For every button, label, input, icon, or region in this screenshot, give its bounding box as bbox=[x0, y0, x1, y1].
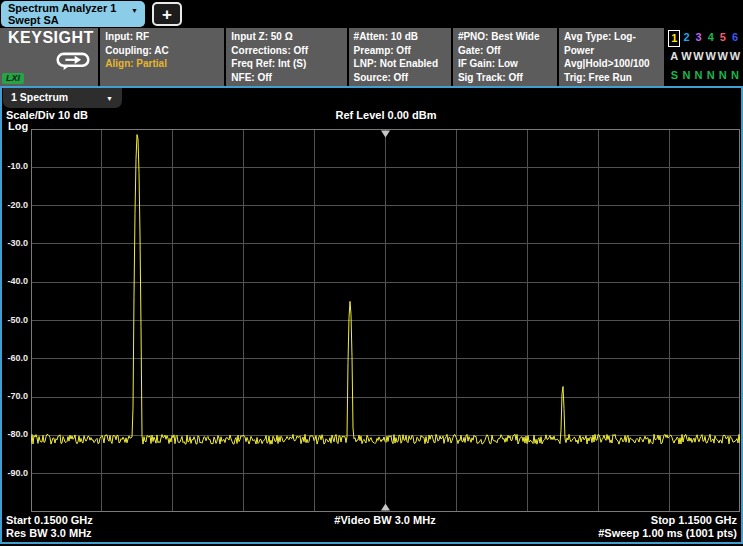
start-freq[interactable]: Start 0.1500 GHz bbox=[6, 514, 93, 526]
trace-status-panel[interactable]: 123456AWWWWWSNNNNN bbox=[666, 28, 743, 86]
status-bar: KEYSIGHT LXI Input: RF Coupling: AC Alig… bbox=[0, 28, 743, 86]
stop-freq[interactable]: Stop 1.1500 GHz bbox=[651, 514, 737, 526]
y-tick-label: -60.0 bbox=[2, 353, 28, 363]
status-line: IF Gain: Low bbox=[458, 57, 557, 71]
video-bw[interactable]: #Video BW 3.0 MHz bbox=[334, 514, 435, 526]
add-tab-button[interactable]: + bbox=[152, 2, 182, 26]
status-line: Coupling: AC bbox=[105, 44, 224, 58]
trace-number-2[interactable]: 2 bbox=[680, 29, 692, 48]
trace-states-row: SNNNNN bbox=[668, 67, 741, 86]
status-line: LNP: Not Enabled bbox=[354, 57, 451, 71]
status-line: Trig: Free Run bbox=[564, 71, 664, 85]
measurement-window: 1 Spectrum ▼ Scale/Div 10 dB Ref Level 0… bbox=[0, 86, 743, 544]
spectrum-plot[interactable] bbox=[31, 129, 740, 512]
trace-type-3[interactable]: W bbox=[693, 48, 705, 67]
trace-number-1[interactable]: 1 bbox=[668, 30, 680, 47]
status-line: Source: Off bbox=[354, 71, 451, 85]
y-tick-label: -90.0 bbox=[2, 468, 28, 478]
trace-state-2[interactable]: N bbox=[680, 67, 692, 86]
trace-type-4[interactable]: W bbox=[705, 48, 717, 67]
keysight-logo: KEYSIGHT bbox=[8, 31, 98, 45]
y-tick-label: -70.0 bbox=[2, 391, 28, 401]
tab-spectrum-analyzer[interactable]: Spectrum Analyzer 1 Swept SA ▼ bbox=[1, 1, 145, 27]
measurement-selector-label: 1 Spectrum bbox=[11, 91, 68, 103]
trace-number-5[interactable]: 5 bbox=[717, 29, 729, 48]
trace-number-6[interactable]: 6 bbox=[729, 29, 741, 48]
status-line: Input Z: 50 Ω bbox=[231, 30, 346, 44]
status-line: Gate: Off bbox=[458, 44, 557, 58]
brand-panel: KEYSIGHT LXI bbox=[0, 28, 100, 86]
plus-icon: + bbox=[162, 5, 172, 24]
status-line: NFE: Off bbox=[231, 71, 346, 85]
keysight-bubble-icon bbox=[56, 52, 90, 71]
trace-number-4[interactable]: 4 bbox=[705, 29, 717, 48]
status-col-input[interactable]: Input: RF Coupling: AC Align: Partial bbox=[100, 28, 226, 86]
chevron-down-icon[interactable]: ▼ bbox=[131, 7, 138, 14]
trace-state-4[interactable]: N bbox=[705, 67, 717, 86]
center-freq-marker-top-icon bbox=[381, 131, 390, 138]
y-tick-label: -40.0 bbox=[2, 276, 28, 286]
tab-title: Spectrum Analyzer 1 bbox=[8, 2, 116, 14]
tab-bar: Spectrum Analyzer 1 Swept SA ▼ + bbox=[0, 0, 743, 28]
trace-number-3[interactable]: 3 bbox=[693, 29, 705, 48]
y-tick-label: -80.0 bbox=[2, 429, 28, 439]
res-bw[interactable]: Res BW 3.0 MHz bbox=[6, 527, 92, 539]
measurement-selector[interactable]: 1 Spectrum ▼ bbox=[3, 88, 122, 108]
trace-state-3[interactable]: N bbox=[693, 67, 705, 86]
ref-level[interactable]: Ref Level 0.00 dBm bbox=[250, 109, 522, 121]
status-line: Input: RF bbox=[105, 30, 224, 44]
y-tick-label: -30.0 bbox=[2, 238, 28, 248]
spectrum-plot-svg bbox=[31, 129, 740, 512]
status-line: Avg Type: Log-Power bbox=[564, 30, 664, 57]
sweep-time[interactable]: #Sweep 1.00 ms (1001 pts) bbox=[598, 527, 737, 539]
status-line-align: Align: Partial bbox=[105, 57, 224, 71]
status-col-avg[interactable]: Avg Type: Log-Power Avg|Hold>100/100 Tri… bbox=[559, 28, 666, 86]
status-line: Corrections: Off bbox=[231, 44, 346, 58]
tab-subtitle: Swept SA bbox=[8, 14, 59, 26]
trace-type-5[interactable]: W bbox=[717, 48, 729, 67]
status-line: Preamp: Off bbox=[354, 44, 451, 58]
status-col-pno[interactable]: #PNO: Best Wide Gate: Off IF Gain: Low S… bbox=[453, 28, 559, 86]
status-line: Sig Track: Off bbox=[458, 71, 557, 85]
trace-state-6[interactable]: N bbox=[729, 67, 741, 86]
instrument-screen: Spectrum Analyzer 1 Swept SA ▼ + KEYSIGH… bbox=[0, 0, 743, 546]
trace-type-2[interactable]: W bbox=[680, 48, 692, 67]
trace-types-row: AWWWWW bbox=[668, 48, 741, 67]
lxi-badge: LXI bbox=[2, 73, 24, 84]
amplitude-scale-mode: Log bbox=[8, 120, 28, 132]
trace-type-1[interactable]: A bbox=[668, 48, 680, 67]
trace-state-5[interactable]: N bbox=[717, 67, 729, 86]
center-freq-marker-bottom-icon bbox=[381, 504, 390, 511]
y-tick-label: -20.0 bbox=[2, 200, 28, 210]
y-tick-label: -50.0 bbox=[2, 315, 28, 325]
trace-state-1[interactable]: S bbox=[668, 67, 680, 86]
status-line: #PNO: Best Wide bbox=[458, 30, 557, 44]
status-col-impedance[interactable]: Input Z: 50 Ω Corrections: Off Freq Ref:… bbox=[226, 28, 348, 86]
trace-type-6[interactable]: W bbox=[729, 48, 741, 67]
trace-numbers-row: 123456 bbox=[668, 29, 741, 48]
status-line: Freq Ref: Int (S) bbox=[231, 57, 346, 71]
status-col-atten[interactable]: #Atten: 10 dB Preamp: Off LNP: Not Enabl… bbox=[349, 28, 453, 86]
chevron-down-icon: ▼ bbox=[106, 89, 113, 108]
status-line: Avg|Hold>100/100 bbox=[564, 57, 664, 71]
status-line: #Atten: 10 dB bbox=[354, 30, 451, 44]
y-tick-label: -10.0 bbox=[2, 161, 28, 171]
